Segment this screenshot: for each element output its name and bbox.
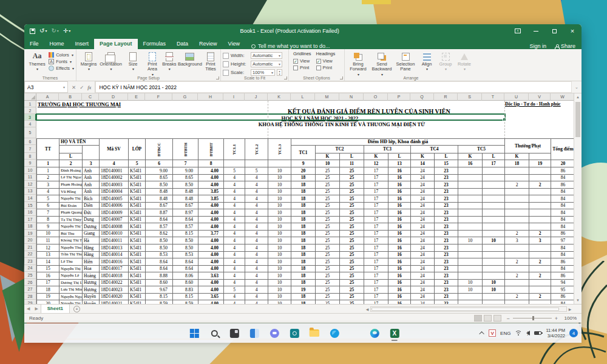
data-cell[interactable] [529, 244, 551, 252]
data-cell[interactable]: 18D140004 [100, 188, 129, 195]
data-cell[interactable]: Hằng [83, 244, 100, 252]
data-cell[interactable]: 3.85 [198, 188, 224, 195]
data-cell[interactable] [505, 244, 529, 252]
data-cell[interactable]: 18 [291, 188, 316, 195]
data-cell[interactable]: 4.00 [198, 209, 224, 217]
data-cell[interactable]: 8.64 [173, 258, 198, 266]
data-cell[interactable]: 8.53 [146, 251, 173, 258]
data-cell[interactable]: 4 [245, 293, 268, 300]
wifi-icon[interactable] [515, 331, 522, 336]
data-cell[interactable]: 23 [435, 293, 458, 300]
column-number-cell[interactable]: 12 [364, 160, 388, 167]
data-cell[interactable]: 18D140002 [100, 174, 129, 181]
data-cell[interactable]: Lê Thu [59, 258, 83, 266]
data-cell[interactable]: 18 [291, 202, 316, 209]
data-cell[interactable]: 4 [245, 251, 268, 258]
data-cell[interactable]: 25 [340, 251, 364, 258]
page-layout-view-icon[interactable] [484, 315, 492, 322]
data-cell[interactable] [458, 216, 483, 223]
row-header-21[interactable]: 21 [24, 244, 36, 251]
data-cell[interactable] [505, 279, 529, 286]
tab-data[interactable]: Data [171, 39, 194, 49]
data-cell[interactable]: 16 [388, 293, 411, 300]
header-cell[interactable]: L [483, 153, 505, 160]
header-cell[interactable]: TC2 [316, 146, 364, 153]
column-header-H[interactable]: H [198, 93, 223, 101]
data-cell[interactable] [505, 195, 529, 203]
data-cell[interactable]: Lê Thị Ngọc [59, 174, 83, 181]
selection-pane-button[interactable]: Selection Pane [394, 50, 417, 76]
data-cell[interactable]: 23 [435, 188, 458, 195]
data-cell[interactable]: 16 [388, 286, 411, 294]
data-cell[interactable]: 23 [435, 181, 458, 189]
data-cell[interactable]: 18 [291, 237, 316, 244]
data-cell[interactable]: 10 [37, 230, 59, 237]
data-cell[interactable]: 25 [340, 216, 364, 223]
sheet-options-dialog-launcher[interactable] [340, 76, 343, 79]
data-cell[interactable]: 4 [224, 265, 245, 272]
row-header-28[interactable]: 28 [24, 293, 36, 300]
sign-in-link[interactable]: Sign in [529, 43, 546, 49]
data-cell[interactable]: 8.62 [146, 230, 173, 237]
search-icon[interactable] [207, 325, 222, 341]
data-cell[interactable]: 25 [340, 272, 364, 280]
data-cell[interactable]: 10 [458, 279, 483, 286]
data-cell[interactable]: 25 [340, 209, 364, 217]
data-cell[interactable]: 24 [411, 188, 435, 195]
data-cell[interactable]: 4.00 [198, 258, 224, 266]
data-cell[interactable]: 4.00 [198, 265, 224, 272]
data-cell[interactable] [458, 167, 483, 175]
fonts-button[interactable]: AFonts [49, 59, 74, 64]
scroll-up-icon[interactable]: ▲ [574, 93, 582, 101]
data-cell[interactable] [505, 202, 529, 209]
column-header-A[interactable]: A [36, 93, 59, 101]
row-header-20[interactable]: 20 [24, 237, 36, 244]
data-cell[interactable]: 18D140001 [100, 167, 129, 175]
data-cell[interactable]: Đinh Hoàng [59, 167, 83, 175]
data-cell[interactable] [483, 272, 505, 280]
header-cell[interactable]: TC4 [411, 146, 458, 153]
data-cell[interactable]: 18D140017 [100, 265, 129, 272]
data-cell[interactable]: 4 [245, 286, 268, 294]
data-cell[interactable]: 18D140011 [100, 237, 129, 244]
data-cell[interactable]: 23 [435, 286, 458, 294]
data-cell[interactable]: Hoàng [83, 272, 100, 280]
data-cell[interactable]: 17 [364, 195, 388, 203]
row-header-29[interactable]: 29 [24, 300, 36, 304]
data-cell[interactable]: 25 [340, 202, 364, 209]
data-cell[interactable]: 5 [37, 195, 59, 203]
data-cell[interactable]: 12 [37, 244, 59, 252]
header-cell[interactable]: L [59, 153, 83, 160]
data-cell[interactable]: 4.00 [198, 286, 224, 294]
data-cell[interactable]: 17 [364, 167, 388, 175]
data-cell[interactable]: 84 [551, 244, 575, 252]
data-cell[interactable]: Hương [83, 279, 100, 286]
data-cell[interactable]: 4 [224, 279, 245, 286]
group-button[interactable]: Group [436, 50, 455, 76]
tab-formulas[interactable]: Formulas [138, 39, 172, 49]
data-cell[interactable]: 25 [340, 167, 364, 175]
row-header-24[interactable]: 24 [24, 265, 36, 272]
data-cell[interactable]: 3.63 [198, 272, 224, 280]
data-cell[interactable]: 8.57 [173, 223, 198, 231]
effects-button[interactable]: Effects [49, 66, 74, 71]
data-cell[interactable]: Huyền [83, 293, 100, 300]
data-cell[interactable]: 4 [224, 174, 245, 181]
data-cell[interactable]: 23 [435, 251, 458, 258]
data-cell[interactable]: 4 [224, 237, 245, 244]
row-header-1[interactable]: 1 [24, 101, 36, 107]
column-header-T[interactable]: T [482, 93, 504, 101]
data-cell[interactable]: 84 [551, 188, 575, 195]
row-header-18[interactable]: 18 [24, 223, 36, 230]
row-header-6[interactable]: 6 [24, 138, 36, 145]
data-cell[interactable]: 8.64 [146, 265, 173, 272]
data-cell[interactable]: 23 [435, 279, 458, 286]
column-header-V[interactable]: V [529, 93, 551, 101]
column-number-cell[interactable]: 6 [146, 160, 173, 167]
data-cell[interactable]: 3 [505, 237, 529, 244]
row-header-4[interactable]: 4 [24, 121, 36, 127]
undo-icon[interactable]: ↺ [39, 28, 47, 34]
data-cell[interactable]: 15 [37, 265, 59, 272]
data-cell[interactable]: 23 [435, 223, 458, 231]
data-cell[interactable]: 84 [551, 251, 575, 258]
